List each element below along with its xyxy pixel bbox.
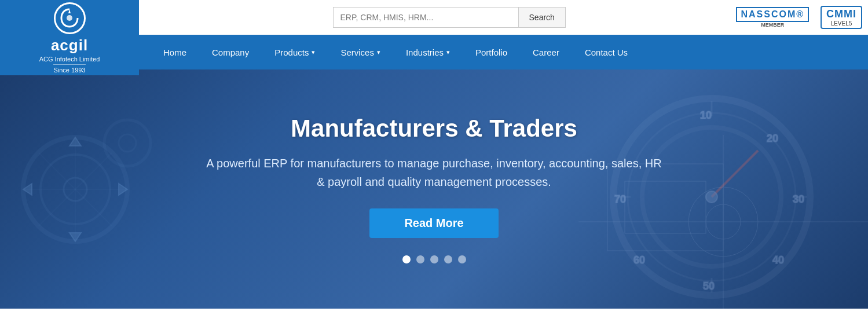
cmmi-label: CMMI <box>826 8 856 20</box>
logo-since: Since 1993 <box>53 64 85 74</box>
hero-section: 10 20 30 40 50 60 70 Manufacturers & Tra… <box>0 69 868 309</box>
nav-item-industries[interactable]: Industries ▾ <box>393 35 463 69</box>
services-chevron: ▾ <box>377 49 380 56</box>
nav-item-portfolio[interactable]: Portfolio <box>463 35 520 69</box>
hero-description: A powerful ERP for manufacturers to mana… <box>203 154 666 191</box>
search-area: Search <box>162 7 736 28</box>
logo-company-name: ACG Infotech Limited <box>39 56 100 63</box>
carousel-dot-4[interactable] <box>444 255 452 263</box>
products-chevron: ▾ <box>312 49 315 56</box>
nasscom-badge: NASSCOM® MEMBER <box>736 7 809 28</box>
carousel-dots <box>402 255 466 263</box>
carousel-dot-3[interactable] <box>430 255 438 263</box>
partner-badges: NASSCOM® MEMBER CMMI LEVEL5 <box>736 6 862 29</box>
nasscom-logo: NASSCOM® <box>736 7 809 22</box>
hero-title: Manufacturers & Traders <box>291 115 577 142</box>
nav-item-career[interactable]: Career <box>520 35 572 69</box>
carousel-dot-5[interactable] <box>458 255 466 263</box>
cmmi-badge: CMMI LEVEL5 <box>821 6 862 29</box>
svg-point-0 <box>67 15 72 21</box>
carousel-dot-2[interactable] <box>416 255 424 263</box>
nav-item-contact[interactable]: Contact Us <box>572 35 640 69</box>
nasscom-sub-label: MEMBER <box>761 22 784 28</box>
nav-item-services[interactable]: Services ▾ <box>328 35 393 69</box>
nav-item-company[interactable]: Company <box>199 35 262 69</box>
hero-content: Manufacturers & Traders A powerful ERP f… <box>0 69 868 309</box>
cmmi-level-label: LEVEL5 <box>831 20 852 27</box>
logo-brand-name: acgil <box>51 36 88 54</box>
logo-icon <box>54 2 86 34</box>
nav-item-products[interactable]: Products ▾ <box>262 35 328 69</box>
logo[interactable]: acgil ACG Infotech Limited Since 1993 <box>0 0 139 75</box>
nav-item-home[interactable]: Home <box>151 35 199 69</box>
carousel-dot-1[interactable] <box>402 255 411 263</box>
search-input[interactable] <box>333 7 518 28</box>
industries-chevron: ▾ <box>446 49 450 56</box>
search-button[interactable]: Search <box>518 7 566 28</box>
read-more-button[interactable]: Read More <box>369 208 498 238</box>
